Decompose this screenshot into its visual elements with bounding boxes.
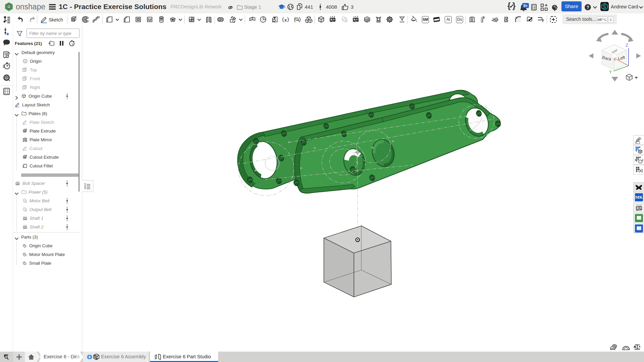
- svg-text:(: (: [294, 16, 296, 22]
- svg-text:): ): [299, 16, 301, 22]
- svg-text:X: X: [613, 57, 616, 62]
- svg-text:): ): [641, 168, 643, 173]
- svg-text:?: ?: [586, 5, 589, 10]
- svg-text:9+: 9+: [524, 4, 528, 8]
- svg-text:Y: Y: [609, 69, 612, 74]
- svg-text:Z: Z: [626, 43, 628, 48]
- svg-text:): ): [287, 16, 289, 22]
- svg-text:x: x: [284, 17, 287, 22]
- svg-text:(: (: [282, 16, 284, 22]
- svg-text:(: (: [638, 168, 640, 173]
